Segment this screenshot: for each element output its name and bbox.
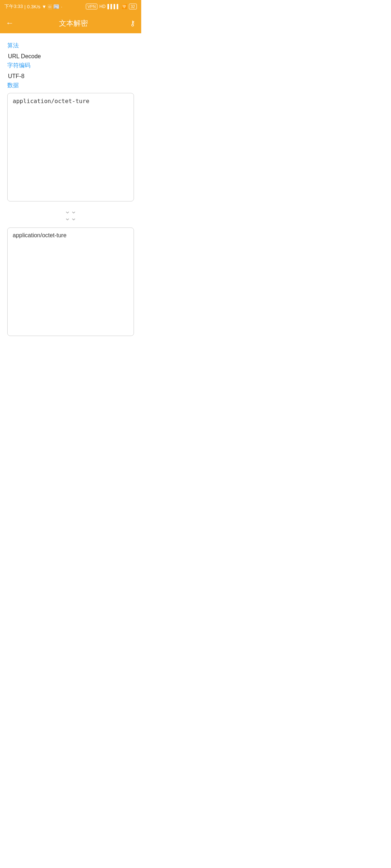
- encoding-value: UTF-8: [7, 73, 134, 80]
- page-title: 文本解密: [59, 18, 88, 28]
- status-bar: 下午3:33 | 0.3K/s ▼ 🀙 📰 · VPN HD ▌▌▌▌ 🛜 32: [0, 0, 141, 13]
- algorithm-label: 算法: [7, 42, 134, 50]
- data-label: 数据: [7, 82, 134, 89]
- decode-arrow-section: ⌄⌄ ⌄⌄: [7, 201, 134, 227]
- back-icon: ←: [6, 18, 14, 27]
- dot-icon: ·: [61, 4, 62, 9]
- decode-icon: ⌄⌄ ⌄⌄: [64, 208, 77, 221]
- key-icon[interactable]: ⚷: [130, 19, 135, 27]
- network-speed: 0.3K/s: [27, 4, 41, 9]
- battery-indicator: 32: [129, 4, 137, 9]
- chevron-bottom: ⌄⌄: [64, 215, 77, 221]
- separator: |: [24, 4, 25, 9]
- app-icon-1: 🀙: [48, 4, 52, 10]
- data-input[interactable]: [7, 93, 134, 201]
- app-bar: ← 文本解密 ⚷: [0, 13, 141, 33]
- status-right: VPN HD ▌▌▌▌ 🛜 32: [86, 4, 137, 9]
- signal-icon: ▌▌▌▌: [108, 4, 120, 9]
- app-icon-2: 📰: [53, 4, 59, 9]
- main-content: 算法 URL Decode 字符编码 UTF-8 数据 ⌄⌄ ⌄⌄ applic…: [0, 33, 141, 336]
- download-icon: ▼: [42, 4, 47, 9]
- encoding-label: 字符编码: [7, 62, 134, 69]
- chevron-top: ⌄⌄: [64, 208, 77, 214]
- time-text: 下午3:33: [4, 3, 23, 10]
- data-section: 数据: [7, 82, 134, 201]
- encoding-section: 字符编码 UTF-8: [7, 62, 134, 80]
- algorithm-section: 算法 URL Decode: [7, 42, 134, 60]
- hd-indicator: HD: [99, 4, 105, 9]
- wifi-icon: 🛜: [122, 4, 127, 9]
- back-button[interactable]: ←: [6, 17, 17, 29]
- output-area: application/octet-ture: [7, 227, 134, 336]
- vpn-indicator: VPN: [86, 4, 98, 9]
- status-left: 下午3:33 | 0.3K/s ▼ 🀙 📰 ·: [4, 3, 62, 10]
- algorithm-value: URL Decode: [7, 53, 134, 60]
